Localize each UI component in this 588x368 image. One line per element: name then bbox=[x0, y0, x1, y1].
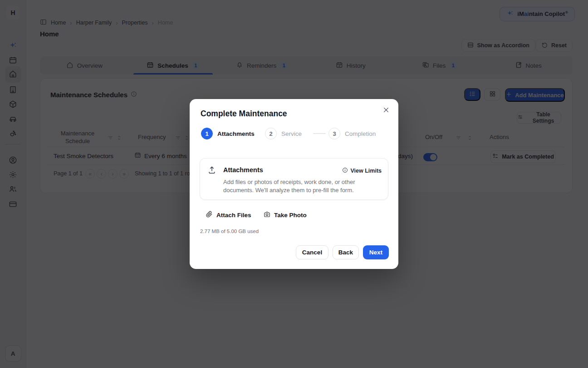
camera-icon bbox=[264, 211, 270, 219]
step-number: 3 bbox=[328, 128, 340, 139]
attachments-card: Attachments View Limits Add files or pho… bbox=[200, 158, 388, 200]
attachments-title: Attachments bbox=[223, 166, 263, 174]
storage-usage-label: 2.77 MB of 5.00 GB used bbox=[200, 229, 259, 234]
step-number: 1 bbox=[201, 128, 213, 139]
modal-title: Complete Maintenance bbox=[201, 109, 287, 119]
step-label: Attachments bbox=[217, 130, 255, 137]
step-completion: 3 Completion bbox=[328, 128, 376, 139]
complete-maintenance-modal: Complete Maintenance 1 Attachments 2 Ser… bbox=[190, 99, 398, 269]
info-icon bbox=[342, 167, 348, 174]
step-attachments: 1 Attachments bbox=[201, 128, 255, 139]
step-service: 2 Service bbox=[265, 128, 302, 139]
step-connector bbox=[313, 133, 326, 134]
paperclip-icon bbox=[206, 211, 213, 219]
view-limits-link[interactable]: View Limits bbox=[342, 167, 382, 174]
attachments-description: Add files or photos of receipts, work do… bbox=[223, 178, 355, 194]
next-button[interactable]: Next bbox=[363, 245, 389, 259]
upload-icon bbox=[207, 165, 216, 176]
close-icon bbox=[382, 106, 390, 115]
cancel-button[interactable]: Cancel bbox=[296, 245, 328, 259]
step-label: Service bbox=[281, 130, 302, 137]
app-screen: H bbox=[0, 0, 588, 368]
attach-files-button[interactable]: Attach Files bbox=[206, 209, 251, 221]
take-photo-button[interactable]: Take Photo bbox=[264, 209, 307, 221]
step-label: Completion bbox=[345, 130, 376, 137]
step-number: 2 bbox=[265, 128, 277, 139]
back-button[interactable]: Back bbox=[333, 245, 359, 259]
close-button[interactable] bbox=[381, 105, 391, 115]
